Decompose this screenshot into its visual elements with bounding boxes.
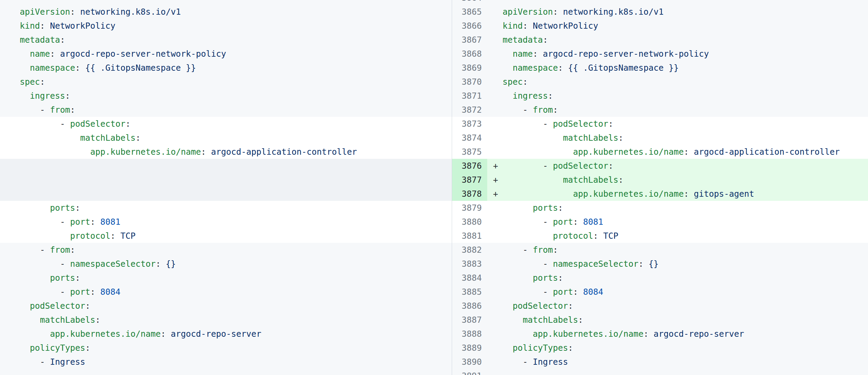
code-token-key: kind <box>20 21 40 31</box>
line-number[interactable]: 3890 <box>452 355 487 369</box>
code-token-key: ingress <box>30 91 65 101</box>
code-token-pun <box>20 273 50 283</box>
code-token-key: port <box>70 217 90 227</box>
code-token-str: TCP <box>115 231 135 241</box>
line-number[interactable]: 3866 <box>452 19 487 33</box>
line-number[interactable]: 3869 <box>452 61 487 75</box>
code-token-pun: : <box>548 91 553 101</box>
line-number[interactable]: 3874 <box>452 131 487 145</box>
code-token-pun <box>20 343 30 353</box>
code-token-pun <box>503 175 563 185</box>
code-line: spec: <box>500 75 868 89</box>
code-line: - port: 8081 <box>500 215 868 229</box>
diff-marker-cell <box>487 299 500 313</box>
line-number[interactable]: 3872 <box>452 103 487 117</box>
line-number[interactable]: 3871 <box>452 89 487 103</box>
line-number[interactable]: 3880 <box>452 215 487 229</box>
diff-row-placeholder <box>0 187 452 201</box>
code-line: - podSelector: <box>500 117 868 131</box>
code-token-key: app.kubernetes.io/name <box>50 329 161 339</box>
code-token-key: ports <box>533 273 558 283</box>
line-number[interactable]: 3883 <box>452 257 487 271</box>
code-token-str: argocd-repo-server-network-policy <box>538 49 709 59</box>
code-token-pun: : <box>578 315 583 325</box>
code-token-key: from <box>50 245 70 255</box>
diff-marker-cell <box>487 145 500 159</box>
line-number[interactable]: 3887 <box>452 313 487 327</box>
diff-row: matchLabels: <box>0 313 452 327</box>
code-token-pun: - <box>503 245 533 255</box>
code-token-doc: --- <box>503 371 518 375</box>
code-token-key: name <box>30 49 50 59</box>
diff-row: 3887 matchLabels: <box>452 313 868 327</box>
diff-marker-cell <box>487 131 500 145</box>
code-token-key: policyTypes <box>30 343 85 353</box>
code-token-num: 8081 <box>95 217 120 227</box>
line-number[interactable]: 3876 <box>452 159 487 173</box>
line-number[interactable]: 3884 <box>452 271 487 285</box>
diff-row: ingress: <box>0 89 452 103</box>
code-token-doc: --- <box>503 0 518 3</box>
code-token-pun: - <box>20 105 50 115</box>
line-number[interactable]: 3873 <box>452 117 487 131</box>
code-line: matchLabels: <box>500 131 868 145</box>
diff-row: matchLabels: <box>0 131 452 145</box>
code-token-pun: - <box>20 119 70 129</box>
line-number[interactable]: 3865 <box>452 5 487 19</box>
code-token-key: app.kubernetes.io/name <box>90 147 201 157</box>
code-token-pun <box>503 147 573 157</box>
code-token-pun: : <box>75 273 80 283</box>
code-token-pun <box>503 343 513 353</box>
line-number[interactable]: 3891 <box>452 369 487 375</box>
code-token-pun <box>20 231 70 241</box>
code-token-pun: : <box>50 49 55 59</box>
line-number[interactable]: 3882 <box>452 243 487 257</box>
code-line <box>0 173 452 187</box>
code-token-pun: : <box>568 343 573 353</box>
diff-marker-cell <box>487 5 500 19</box>
code-line: kind: NetworkPolicy <box>0 19 452 33</box>
line-number[interactable]: 3888 <box>452 327 487 341</box>
diff-marker-cell <box>487 229 500 243</box>
code-token-pun: : <box>135 133 141 143</box>
line-number[interactable]: 3867 <box>452 33 487 47</box>
code-token-pun: - <box>503 105 533 115</box>
code-token-pun: : <box>111 231 116 241</box>
line-number[interactable]: 3879 <box>452 201 487 215</box>
code-token-key: app.kubernetes.io/name <box>573 189 684 199</box>
diff-row: 3864--- <box>452 0 868 5</box>
line-number[interactable]: 3877 <box>452 173 487 187</box>
line-number[interactable]: 3881 <box>452 229 487 243</box>
code-line: - podSelector: <box>0 117 452 131</box>
diff-row: policyTypes: <box>0 341 452 355</box>
line-number[interactable]: 3885 <box>452 285 487 299</box>
code-token-pun: : <box>75 203 80 213</box>
code-line: app.kubernetes.io/name: gitops-agent <box>500 187 868 201</box>
code-token-pun: : <box>523 21 528 31</box>
line-number[interactable]: 3875 <box>452 145 487 159</box>
line-number[interactable]: 3870 <box>452 75 487 89</box>
line-number[interactable]: 3889 <box>452 341 487 355</box>
code-token-pun: : <box>608 119 613 129</box>
line-number[interactable]: 3868 <box>452 47 487 61</box>
code-token-key: ports <box>533 203 558 213</box>
code-line: metadata: <box>0 33 452 47</box>
code-token-pun: : <box>70 105 75 115</box>
code-token-pun: - <box>20 217 70 227</box>
code-token-key: apiVersion <box>20 7 70 17</box>
line-number[interactable]: 3878 <box>452 187 487 201</box>
code-line <box>0 159 452 173</box>
code-token-pun: - <box>503 217 553 227</box>
diff-marker-cell <box>487 369 500 375</box>
code-line: metadata: <box>500 33 868 47</box>
diff-row: metadata: <box>0 33 452 47</box>
code-line: - podSelector: <box>500 159 868 173</box>
code-token-pun: - <box>503 119 553 129</box>
line-number[interactable]: 3864 <box>452 0 487 5</box>
line-number[interactable]: 3886 <box>452 299 487 313</box>
code-token-key: podSelector <box>553 161 608 171</box>
code-token-key: matchLabels <box>563 133 618 143</box>
code-token-str: argocd-repo-server <box>649 329 744 339</box>
diff-marker-cell <box>487 75 500 89</box>
code-token-key: from <box>50 105 70 115</box>
